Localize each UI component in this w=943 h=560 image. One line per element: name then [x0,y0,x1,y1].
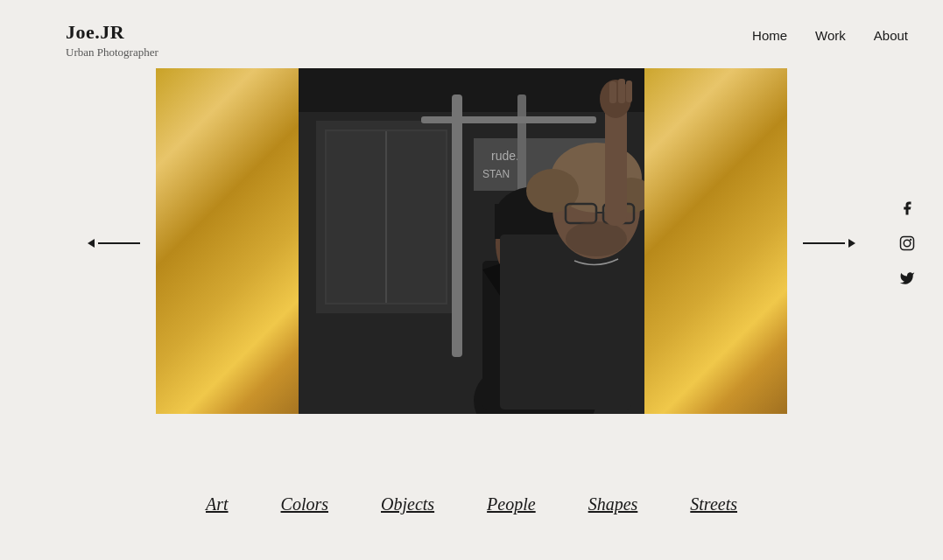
social-icons [897,199,917,288]
category-objects[interactable]: Objects [381,494,434,514]
nav-about[interactable]: About [874,28,908,43]
next-arrow[interactable] [803,239,855,248]
category-people[interactable]: People [487,494,536,514]
logo-subtitle: Urban Photographer [66,46,158,60]
center-photo: rude. STAN YOUR SE [299,68,644,414]
left-golden-panel [156,68,309,414]
svg-point-36 [904,240,911,247]
slider-area: rude. STAN YOUR SE [0,68,943,418]
arrow-right-line [803,242,845,244]
main-nav: Home Work About [752,21,908,43]
content-wrapper: rude. STAN YOUR SE [0,60,943,532]
category-art[interactable]: Art [206,494,229,514]
svg-rect-35 [901,237,914,250]
svg-rect-34 [299,68,644,414]
logo-area: Joe.JR Urban Photographer [66,21,158,60]
category-colors[interactable]: Colors [281,494,328,514]
nav-home[interactable]: Home [752,28,787,43]
nav-work[interactable]: Work [815,28,846,43]
categories: Art Colors Objects People Shapes Streets [0,494,943,514]
photo-placeholder: rude. STAN YOUR SE [299,68,644,414]
arrow-left-head [88,239,95,248]
twitter-icon[interactable] [897,269,917,288]
arrow-right-head [848,239,855,248]
arrow-left-line [98,242,140,244]
facebook-icon[interactable] [897,199,917,218]
svg-point-37 [910,239,911,241]
header: Joe.JR Urban Photographer Home Work Abou… [0,0,943,60]
right-golden-panel [634,68,787,414]
instagram-icon[interactable] [897,234,917,253]
category-streets[interactable]: Streets [690,494,737,514]
logo-title: Joe.JR [66,21,158,44]
prev-arrow[interactable] [88,239,140,248]
category-shapes[interactable]: Shapes [588,494,638,514]
